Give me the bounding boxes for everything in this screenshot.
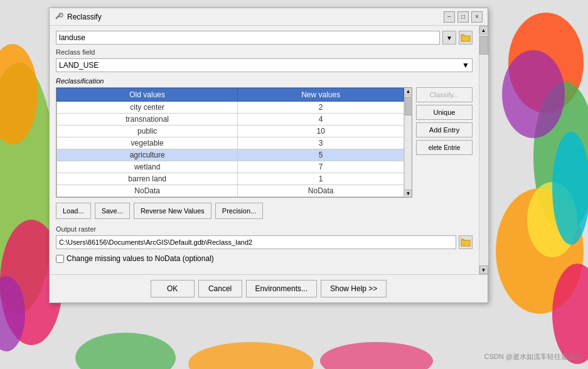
svg-point-12	[502, 50, 565, 138]
cancel-button[interactable]: Cancel	[198, 280, 242, 297]
table-scroll-thumb[interactable]	[405, 97, 412, 115]
environments-button[interactable]: Environments...	[246, 280, 317, 297]
table-row[interactable]: NoData	[238, 185, 404, 197]
csdn-watermark: CSDN @逝水如流车轻往返染尘	[484, 352, 582, 361]
reclass-field-row: LAND_USE ▼	[56, 58, 473, 72]
output-row: ↑	[56, 235, 473, 249]
output-path-field[interactable]	[56, 235, 456, 249]
reclass-field-select[interactable]: LAND_USE ▼	[56, 58, 473, 72]
missing-values-checkbox[interactable]	[56, 255, 64, 263]
reclass-field-label: Reclass field	[56, 48, 473, 56]
show-help-button[interactable]: Show Help >>	[321, 280, 387, 297]
load-button[interactable]: Load...	[56, 203, 91, 219]
tool-icon	[55, 13, 63, 21]
table-row[interactable]: 10	[238, 126, 404, 137]
reclassification-label: Reclassification	[56, 77, 473, 85]
dialog-title: Reclassify	[67, 13, 102, 21]
svg-text:↑: ↑	[463, 242, 465, 245]
save-button[interactable]: Save...	[95, 203, 130, 219]
classify-button[interactable]: Classify...	[416, 87, 473, 102]
table-row[interactable]: agriculture	[57, 149, 238, 161]
svg-point-11	[320, 342, 433, 369]
reclassify-dialog: Reclassify − □ × ▼ Reclass field	[49, 8, 488, 303]
reclass-field-arrow: ▼	[462, 61, 469, 70]
table-row[interactable]: 7	[238, 161, 404, 173]
scroll-up-button[interactable]: ▲	[479, 26, 488, 35]
table-row[interactable]: public	[57, 126, 238, 137]
layer-folder-button[interactable]	[459, 31, 473, 45]
output-label: Output raster	[56, 225, 473, 233]
table-with-scroll: Old values New values city center2transn…	[56, 87, 412, 198]
dialog-scrollbar[interactable]: ▲ ▼	[479, 26, 488, 274]
reclassification-table: Old values New values city center2transn…	[56, 88, 404, 197]
unique-button[interactable]: Unique	[416, 105, 473, 120]
delete-entries-button[interactable]: elete Entrie	[416, 140, 473, 155]
table-row[interactable]: transnational	[57, 114, 238, 126]
svg-rect-17	[461, 36, 470, 41]
table-row[interactable]: NoData	[57, 185, 238, 197]
folder-icon	[461, 33, 471, 42]
final-buttons-row: OK Cancel Environments... Show Help >>	[50, 274, 488, 302]
dialog-content: ▼ Reclass field LAND_USE ▼ Reclassific	[50, 26, 479, 274]
title-bar-left: Reclassify	[55, 13, 102, 21]
table-row[interactable]: 4	[238, 114, 404, 126]
output-folder-button[interactable]: ↑	[459, 235, 473, 249]
ok-button[interactable]: OK	[151, 280, 195, 297]
table-row[interactable]: barren land	[57, 173, 238, 185]
maximize-button[interactable]: □	[457, 11, 469, 23]
add-entry-button[interactable]: Add Entry	[416, 122, 473, 137]
checkbox-row: Change missing values to NoData (optiona…	[56, 254, 473, 263]
table-row[interactable]: 1	[238, 173, 404, 185]
scroll-track	[479, 35, 488, 265]
window-controls: − □ ×	[444, 11, 483, 23]
reclassification-area: Old values New values city center2transn…	[56, 87, 473, 198]
scroll-thumb[interactable]	[479, 36, 488, 55]
svg-point-10	[188, 342, 314, 369]
table-row[interactable]: vegetable	[57, 137, 238, 149]
table-internal-scrollbar[interactable]: ▲ ▼	[404, 88, 412, 197]
layer-dropdown-button[interactable]: ▼	[442, 31, 456, 45]
input-layer-field[interactable]	[56, 31, 440, 45]
input-layer-row: ▼	[56, 31, 473, 45]
col-new-values: New values	[238, 88, 404, 102]
minimize-button[interactable]: −	[444, 11, 455, 23]
col-old-values: Old values	[57, 88, 238, 102]
table-row[interactable]: 2	[238, 102, 404, 114]
reverse-button[interactable]: Reverse New Values	[134, 203, 211, 219]
table-scroll-track	[405, 95, 412, 190]
reclassification-section: Reclassification Old values New values	[56, 77, 473, 198]
dialog-body: ▼ Reclass field LAND_USE ▼ Reclassific	[50, 26, 488, 274]
svg-point-9	[75, 333, 176, 369]
scroll-down-button[interactable]: ▼	[479, 265, 488, 274]
table-scroll-down[interactable]: ▼	[405, 190, 412, 197]
checkbox-label: Change missing values to NoData (optiona…	[67, 254, 214, 263]
close-button[interactable]: ×	[471, 11, 483, 23]
bottom-action-buttons: Load... Save... Reverse New Values Preci…	[56, 203, 473, 219]
output-folder-icon: ↑	[461, 238, 471, 247]
table-row[interactable]: wetland	[57, 161, 238, 173]
table-row[interactable]: 5	[238, 149, 404, 161]
precision-button[interactable]: Precision...	[215, 203, 263, 219]
table-action-buttons: Classify... Unique Add Entry elete Entri…	[416, 87, 473, 198]
table-row[interactable]: 3	[238, 137, 404, 149]
title-bar: Reclassify − □ ×	[50, 8, 488, 26]
table-scroll-up[interactable]: ▲	[405, 88, 412, 95]
reclass-field-value: LAND_USE	[59, 61, 99, 70]
table-row[interactable]: city center	[57, 102, 238, 114]
